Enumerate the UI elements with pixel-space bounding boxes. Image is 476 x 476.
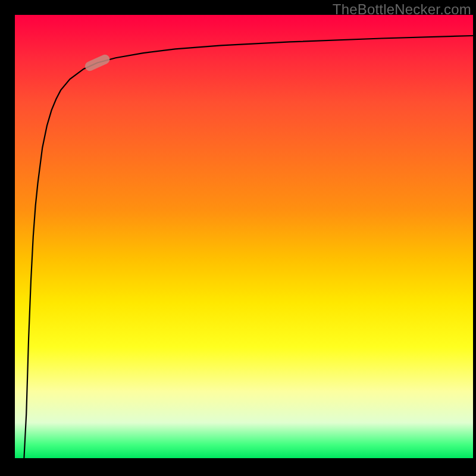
- plot-gradient-background: [15, 15, 473, 458]
- attribution-text: TheBottleNecker.com: [333, 1, 471, 18]
- chart-container: TheBottleNecker.com: [0, 0, 476, 476]
